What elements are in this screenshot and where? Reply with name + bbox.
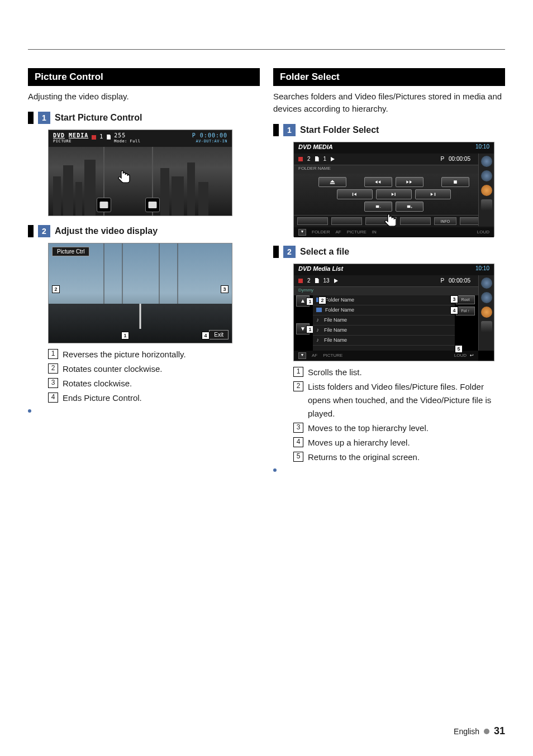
loud-label: LOUD <box>454 353 467 358</box>
eject-button[interactable] <box>318 177 346 187</box>
file-list: Folder Name Folder Name ♪File Name ♪File… <box>313 295 455 351</box>
item-label: File Name <box>324 317 347 323</box>
legend-num: 3 <box>48 378 58 388</box>
list-item[interactable]: ♪File Name <box>313 315 455 326</box>
p-label: P <box>440 156 444 162</box>
list-item[interactable]: ♪File Name <box>313 326 455 336</box>
bottom-button[interactable] <box>297 217 328 225</box>
screenshot-media-list: DVD Media List 10:10 2 13 P 00:00:05 Dym… <box>293 264 494 361</box>
legend-text: Moves up a hierarchy level. <box>308 436 505 449</box>
legend-text: Lists folders and Video files/Picture fi… <box>308 380 505 420</box>
list-item[interactable]: Folder Name <box>313 305 455 315</box>
rewind-button[interactable] <box>364 177 392 187</box>
bottom-button[interactable] <box>400 217 431 225</box>
side-icon[interactable] <box>481 199 492 210</box>
legend-num: 5 <box>293 452 303 462</box>
svg-rect-3 <box>376 205 379 207</box>
svg-rect-0 <box>100 202 108 208</box>
legend-text: Scrolls the list. <box>308 366 505 379</box>
scroll-thumb[interactable] <box>145 198 160 212</box>
legend-left: 1Reverses the picture horizontally. 2Rot… <box>48 348 260 405</box>
step-number: 2 <box>38 225 50 237</box>
side-icon[interactable] <box>481 292 492 303</box>
bridge-photo <box>49 243 232 343</box>
side-icon[interactable] <box>481 170 492 181</box>
side-icon[interactable] <box>481 156 492 167</box>
list-item[interactable]: Folder Name <box>313 295 455 305</box>
section-title-right: Folder Select <box>273 68 505 86</box>
legend-text: Ends Picture Control. <box>63 391 260 405</box>
step-number: 1 <box>38 112 50 124</box>
num: 2 <box>307 277 311 284</box>
callout-3: 3 <box>450 295 458 303</box>
step-tab <box>28 225 34 237</box>
side-icon[interactable] <box>481 321 492 332</box>
title: DVD Media List <box>298 265 343 274</box>
stop-icon <box>92 135 96 140</box>
right-buttons: Root Fol ↑ <box>456 295 475 315</box>
stop-num: 1 <box>99 133 103 140</box>
section-end-dot <box>28 409 31 413</box>
info-button[interactable]: INFO <box>434 217 456 225</box>
legend-num: 2 <box>293 381 303 391</box>
dvd-media-header: DVD MEDIA PICTURE 1 255 Mode: Full P 0:0… <box>49 130 232 147</box>
folder-icon <box>316 308 322 312</box>
document-icon <box>107 135 111 140</box>
dropdown-icon[interactable]: ▼ <box>298 229 306 236</box>
callout-4: 4 <box>202 332 210 339</box>
callout-2: 2 <box>318 296 326 304</box>
af-label: AF <box>335 229 341 235</box>
screenshot-dvd-media: DVD MEDIA PICTURE 1 255 Mode: Full P 0:0… <box>48 130 232 216</box>
step-number: 2 <box>283 246 296 258</box>
step-title: Adjust the video display <box>55 226 158 236</box>
fastforward-button[interactable] <box>396 177 423 187</box>
root-button[interactable]: Root <box>456 295 475 304</box>
next-track-button[interactable] <box>415 189 451 199</box>
side-icon[interactable] <box>481 185 492 196</box>
p-label: P <box>440 277 444 284</box>
return-icon[interactable]: ↩ <box>470 353 474 358</box>
title-media: MEDIA <box>69 132 88 138</box>
stop-button[interactable] <box>441 177 469 187</box>
folder-up-button[interactable]: + <box>396 202 423 212</box>
callout-5: 5 <box>455 345 463 353</box>
page-number: 31 <box>494 725 505 737</box>
scroll-thumb[interactable] <box>97 198 111 212</box>
side-icon[interactable] <box>481 277 492 289</box>
section-title-left: Picture Control <box>28 68 260 86</box>
av-out: AV-OUT:AV-IN <box>192 139 227 143</box>
list-item[interactable]: ♪File Name <box>313 336 455 346</box>
legend-num: 4 <box>293 437 303 447</box>
dymmy-label: Dymmy <box>294 286 494 295</box>
clock: 10:10 <box>475 143 489 152</box>
intro-right: Searches folders and Video files/Picture… <box>273 90 505 115</box>
step-title: Select a file <box>300 247 349 257</box>
step-2-left: 2 Adjust the video display <box>28 225 260 237</box>
screenshot-folder-select: DVD MEDIA 10:10 2 1 P 00:00:05 FOLDER NA… <box>293 142 494 237</box>
folder-down-button[interactable]: - <box>364 202 392 212</box>
item-label: File Name <box>324 327 347 333</box>
folder-up-button[interactable]: Fol ↑ <box>456 307 475 315</box>
time-block: P 0:00:00 AV-OUT:AV-IN <box>192 132 227 143</box>
legend-text: Rotates counter clockwise. <box>63 362 260 376</box>
prev-track-button[interactable] <box>337 189 373 199</box>
side-icon[interactable] <box>481 307 492 318</box>
screen-title: DVD MEDIA PICTURE <box>53 132 88 143</box>
play-pause-button[interactable] <box>376 189 412 199</box>
footer-dot-icon <box>484 729 489 734</box>
playtime: 00:00:05 <box>449 156 470 162</box>
bottom-button[interactable] <box>331 217 362 225</box>
svg-text:+: + <box>411 205 412 208</box>
dropdown-icon[interactable]: ▼ <box>298 352 306 359</box>
step-title: Start Picture Control <box>55 113 142 123</box>
exit-button[interactable]: Exit <box>209 330 229 339</box>
af-label: AF <box>312 353 317 358</box>
document-icon <box>315 156 319 161</box>
intro-left: Adjusting the video display. <box>28 90 260 103</box>
legend-num: 4 <box>48 393 58 403</box>
title-dvd: DVD <box>53 132 65 138</box>
stop-icon <box>298 157 303 161</box>
step-title: Start Folder Select <box>300 125 379 135</box>
num: 1 <box>323 156 327 162</box>
play-icon <box>334 279 338 283</box>
